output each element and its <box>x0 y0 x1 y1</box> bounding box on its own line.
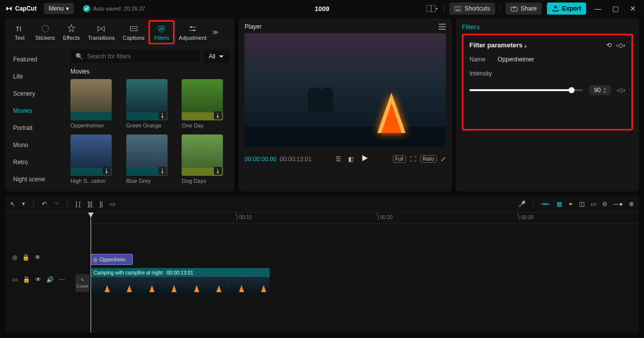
trim-right-button[interactable]: ]| <box>100 200 103 208</box>
cover-button[interactable]: ✎ Cover <box>75 274 90 292</box>
timeline-ruler[interactable]: | 00:10 | 00:20 | 00:30 <box>91 213 639 224</box>
crop-icon[interactable]: ⛶ <box>410 156 416 163</box>
play-button[interactable] <box>361 154 369 164</box>
more-tabs-button[interactable]: ≫ <box>210 27 221 38</box>
zoom-in-icon[interactable]: ⊕ <box>629 200 634 208</box>
mic-icon[interactable]: 🎤 <box>518 200 526 208</box>
magnet-icon[interactable]: ▦ <box>556 200 562 208</box>
eye-icon[interactable]: 👁 <box>35 276 41 283</box>
expand-icon[interactable]: ⤢ <box>441 156 446 163</box>
project-title: 1009 <box>315 5 330 13</box>
undo-button[interactable]: ↶ <box>42 200 47 208</box>
tab-text[interactable]: TIText <box>8 22 31 43</box>
close-button[interactable]: ✕ <box>627 4 639 14</box>
autosave-status: Auto saved: 20:26:37 <box>83 5 145 12</box>
cat-night[interactable]: Night scene <box>5 171 65 188</box>
download-icon[interactable]: ⭳ <box>214 111 222 119</box>
filter-all-button[interactable]: All ⏷ <box>204 50 229 63</box>
cursor-tool[interactable]: ↖ <box>10 200 15 208</box>
split-button[interactable]: ] [ <box>75 200 80 208</box>
filter-parameters: Filter parameters ▴ ⟲ ‹◇› Name Oppenheim… <box>462 34 633 130</box>
filter-card[interactable]: ⭳Green Orange <box>126 79 174 128</box>
category-list: Featured Life Scenery Movies Portrait Mo… <box>5 47 65 191</box>
keyframe-nav[interactable]: ‹◇› <box>617 87 625 94</box>
search-input[interactable] <box>87 53 195 60</box>
minimize-button[interactable]: — <box>591 4 604 14</box>
filter-card[interactable]: Oppenheimer <box>70 79 118 128</box>
top-bar: CapCut Menu ▾ Auto saved: 20:26:37 1009 … <box>0 0 644 17</box>
layout-icon[interactable]: ▾ <box>426 3 439 14</box>
filter-clip[interactable]: ◎ Oppenheim <box>91 254 133 265</box>
zoom-slider[interactable]: —● <box>613 200 623 208</box>
keyframe-nav[interactable]: ‹◇› <box>616 41 625 49</box>
compare-icon[interactable]: ◧ <box>348 156 354 163</box>
snap-icon[interactable]: ⇥⇤ <box>540 200 550 208</box>
player-menu-icon[interactable] <box>439 24 446 30</box>
eye-icon[interactable]: 👁 <box>35 254 41 261</box>
tab-stickers[interactable]: Stickers <box>31 22 59 43</box>
tab-transitions[interactable]: Transitions <box>84 22 119 43</box>
player-time: 00:00:00:00 00:00:13:01 <box>245 156 311 163</box>
delete-button[interactable]: ▭ <box>110 200 115 208</box>
player-title: Player <box>245 23 262 30</box>
filter-clip-icon: ◎ <box>93 257 98 262</box>
cat-featured[interactable]: Featured <box>5 51 65 68</box>
filter-card[interactable]: ⭳Blue Grey <box>126 134 174 184</box>
svg-point-17 <box>191 26 192 28</box>
tab-filters[interactable]: Filters <box>148 20 175 44</box>
lock-icon[interactable]: 🔒 <box>22 254 30 261</box>
ratio-button[interactable]: Ratio <box>420 155 437 163</box>
preview-icon[interactable]: ▭ <box>591 200 596 208</box>
trim-left-button[interactable]: ]|[ <box>88 200 93 208</box>
keyboard-icon <box>454 6 461 12</box>
download-icon[interactable]: ⭳ <box>158 167 167 175</box>
align-icon[interactable]: ◫ <box>579 200 585 208</box>
intensity-slider[interactable] <box>469 89 583 91</box>
video-track-icon[interactable]: ▭ <box>12 276 18 283</box>
cat-retro[interactable]: Retro <box>5 154 65 171</box>
reset-icon[interactable]: ⟲ <box>606 41 612 49</box>
more-icon[interactable]: ⋯ <box>59 276 65 283</box>
intensity-input[interactable]: 90 ▴▾ <box>589 85 611 95</box>
full-button[interactable]: Full <box>393 155 406 163</box>
redo-button[interactable]: ↷ <box>54 200 59 208</box>
name-label: Name <box>469 56 498 63</box>
stepper-icon[interactable]: ▴▾ <box>604 87 606 94</box>
share-button[interactable]: Share <box>506 3 542 15</box>
mute-icon[interactable]: 🔊 <box>46 276 54 283</box>
filter-track-icon[interactable]: ◎ <box>12 254 17 261</box>
download-icon[interactable]: ⭳ <box>103 167 111 175</box>
video-clip[interactable]: Camping with campfire at night 00:00:13:… <box>91 268 270 295</box>
section-movies: Movies <box>70 68 229 75</box>
tab-captions[interactable]: Captions <box>119 22 148 43</box>
video-preview[interactable] <box>245 33 446 147</box>
pencil-icon: ✎ <box>80 278 85 283</box>
list-icon[interactable]: ☰ <box>336 156 341 163</box>
playhead[interactable] <box>91 213 91 332</box>
export-label: Export <box>562 5 581 12</box>
search-input-wrap[interactable]: 🔍 <box>70 50 200 63</box>
maximize-button[interactable]: ▢ <box>609 4 622 14</box>
cat-portrait[interactable]: Portrait <box>5 119 65 137</box>
cat-life[interactable]: Life <box>5 68 65 85</box>
timeline-panel: ↖ ▾ ↶ ↷ ] [ ]|[ ]| ▭ 🎤 ⇥⇤ ▦ ⚭ ◫ ▭ ⊖ —● ⊕… <box>5 195 639 332</box>
cat-movies[interactable]: Movies <box>5 102 65 119</box>
download-icon[interactable]: ⭳ <box>214 167 222 175</box>
filter-card[interactable]: ⭳One Day <box>182 79 229 128</box>
cat-mono[interactable]: Mono <box>5 137 65 154</box>
menu-button[interactable]: Menu ▾ <box>44 3 74 14</box>
lock-icon[interactable]: 🔒 <box>23 276 30 283</box>
download-icon[interactable]: ⭳ <box>158 111 167 119</box>
tab-adjustment[interactable]: Adjustment <box>175 22 210 43</box>
export-button[interactable]: Export <box>547 3 586 15</box>
cursor-menu[interactable]: ▾ <box>22 200 25 207</box>
filter-card[interactable]: ⭳Dog Days <box>182 134 229 184</box>
svg-point-9 <box>42 25 48 32</box>
cat-scenery[interactable]: Scenery <box>5 85 65 102</box>
shortcuts-button[interactable]: Shortcuts <box>449 3 495 15</box>
link-icon[interactable]: ⚭ <box>568 200 573 208</box>
app-name: CapCut <box>15 5 37 12</box>
zoom-out-icon[interactable]: ⊖ <box>602 200 607 208</box>
filter-card[interactable]: ⭳High S...ration <box>70 134 118 184</box>
tab-effects[interactable]: Effects <box>59 22 84 43</box>
